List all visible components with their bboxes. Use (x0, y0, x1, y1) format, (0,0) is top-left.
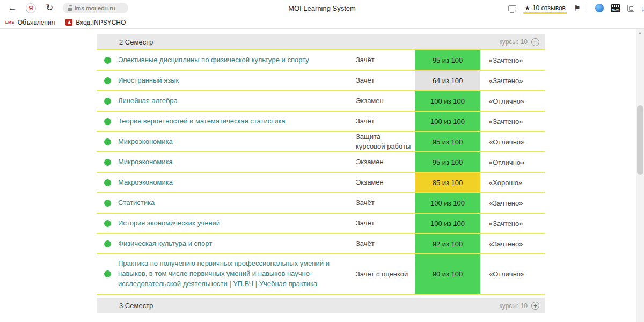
course-link[interactable]: Практика по получению первичных професси… (118, 259, 348, 289)
course-link[interactable]: Статистика (118, 198, 155, 208)
status-dot-icon (104, 200, 111, 207)
extension-browser-icon[interactable] (595, 4, 604, 12)
score-badge: 100 из 100 (415, 112, 480, 131)
score-cell: 92 из 100 (415, 234, 480, 253)
side-panel-icon[interactable] (508, 5, 516, 11)
status-cell (97, 152, 118, 172)
bookmark-flag-icon[interactable]: ⚑ (574, 4, 581, 12)
reviews-button[interactable]: ★ 10 отзывов (523, 3, 567, 14)
grade-text: «Зачтено» (480, 112, 545, 131)
course-name-cell: Практика по получению первичных професси… (118, 254, 356, 294)
inpsycho-favicon (65, 19, 72, 26)
bookmarks-bar: LMS Объявления Вход.INPSYCHO (0, 16, 644, 29)
status-dot-icon (104, 220, 111, 227)
course-name-cell: Элективные дисциплины по физической куль… (118, 50, 356, 70)
grades-table: 2 Семестр курсы: 10 − Элективные дисципл… (97, 29, 545, 313)
status-cell (97, 71, 118, 90)
course-name-cell: Теория вероятностей и математическая ста… (118, 112, 356, 131)
semester-3-header: 3 Семестр курсы: 10 + (97, 298, 545, 313)
expand-icon[interactable]: + (531, 302, 539, 310)
grade-text: «Отлично» (480, 132, 545, 151)
extension-video-new-icon[interactable]: NEW (611, 4, 620, 12)
address-bar[interactable]: lms.moi.edu.ru (63, 3, 128, 13)
course-link[interactable]: Элективные дисциплины по физической куль… (118, 55, 309, 65)
status-cell (97, 193, 118, 213)
course-link[interactable]: Макроэкономика (118, 178, 173, 188)
course-name-cell: Линейная алгебра (118, 91, 356, 111)
extension-tabs-icon[interactable] (627, 5, 634, 12)
status-dot-icon (104, 118, 111, 125)
bookmark-announcements[interactable]: LMS Объявления (5, 19, 55, 26)
course-name-cell: Микроэкономика (118, 132, 356, 151)
assessment-type: Зачёт (356, 193, 415, 213)
course-link[interactable]: История экономических учений (118, 218, 220, 229)
bookmark-label: Объявления (18, 19, 55, 26)
course-link[interactable]: Микроэкономика (118, 157, 173, 167)
scrollbar-thumb[interactable] (637, 105, 643, 175)
grade-text: «Зачтено» (480, 71, 545, 90)
score-cell: 95 из 100 (415, 132, 480, 151)
course-link[interactable]: Физическая культура и спорт (118, 239, 212, 249)
assessment-type: Зачёт (356, 71, 415, 90)
course-link[interactable]: Теория вероятностей и математическая ста… (118, 116, 286, 127)
score-badge: 92 из 100 (415, 234, 480, 253)
semester-3-courses-link[interactable]: курсы: 10 (499, 302, 528, 310)
table-row: Микроэкономика Экзамен 95 из 100 «Отличн… (97, 152, 545, 173)
course-link[interactable]: Микроэкономика (118, 137, 173, 147)
grade-text: «Зачтено» (480, 234, 545, 253)
grade-text: «Зачтено» (480, 193, 545, 213)
course-link[interactable]: Иностранный язык (118, 76, 179, 86)
yandex-logo-icon[interactable]: Я (26, 3, 36, 13)
semester-3-title: 3 Семестр (119, 302, 153, 310)
page-body: 2 Семестр курсы: 10 − Элективные дисципл… (0, 29, 644, 322)
status-dot-icon (104, 77, 111, 84)
lock-icon (68, 8, 72, 11)
status-cell (97, 91, 118, 111)
status-cell (97, 173, 118, 192)
table-row: Физическая культура и спорт Зачёт 92 из … (97, 234, 545, 254)
grade-text: «Отлично» (480, 254, 545, 294)
assessment-type: Зачёт (356, 112, 415, 131)
downloads-icon[interactable]: ↓ (641, 4, 644, 13)
status-cell (97, 214, 118, 233)
assessment-type: Экзамен (356, 173, 415, 192)
course-name-cell: Иностранный язык (118, 71, 356, 90)
table-row: Элективные дисциплины по физической куль… (97, 50, 545, 71)
course-name-cell: История экономических учений (118, 214, 356, 233)
status-cell (97, 234, 118, 253)
divider (588, 4, 588, 12)
grade-text: «Зачтено» (480, 50, 545, 70)
status-dot-icon (104, 179, 111, 186)
score-cell: 100 из 100 (415, 91, 480, 111)
assessment-type: Защита курсовой работы (356, 132, 415, 151)
star-icon: ★ (524, 4, 530, 12)
reviews-label: 10 отзывов (532, 4, 566, 12)
table-row: Макроэкономика Экзамен 85 из 100 «Хорошо… (97, 173, 545, 193)
table-row: Линейная алгебра Экзамен 100 из 100 «Отл… (97, 91, 545, 112)
course-link[interactable]: Линейная алгебра (118, 96, 178, 106)
scroll-up-icon[interactable]: ▲ (636, 29, 644, 35)
score-badge: 95 из 100 (415, 152, 480, 172)
semester-2-courses-link[interactable]: курсы: 10 (499, 38, 528, 46)
score-cell: 100 из 100 (415, 193, 480, 213)
status-cell (97, 254, 118, 294)
back-button[interactable]: ← (6, 2, 18, 14)
status-dot-icon (104, 159, 111, 166)
assessment-type: Экзамен (356, 152, 415, 172)
scrollbar[interactable]: ▲ (636, 29, 644, 322)
score-badge: 100 из 100 (415, 214, 480, 233)
grade-text: «Отлично» (480, 152, 545, 172)
lms-favicon: LMS (5, 20, 14, 25)
collapse-icon[interactable]: − (531, 38, 539, 46)
bookmark-inpsycho[interactable]: Вход.INPSYCHO (65, 19, 126, 26)
status-cell (97, 112, 118, 131)
score-cell: 90 из 100 (415, 254, 480, 294)
table-row: Статистика Зачёт 100 из 100 «Зачтено» (97, 193, 545, 214)
score-badge: 90 из 100 (415, 254, 480, 294)
toolbar-right: ★ 10 отзывов ⚑ NEW ↓ (508, 0, 644, 16)
refresh-button[interactable]: ↻ (43, 2, 55, 14)
assessment-type: Зачет с оценкой (356, 254, 415, 294)
status-dot-icon (104, 270, 111, 277)
grade-text: «Отлично» (480, 91, 545, 111)
assessment-type: Зачёт (356, 234, 415, 253)
